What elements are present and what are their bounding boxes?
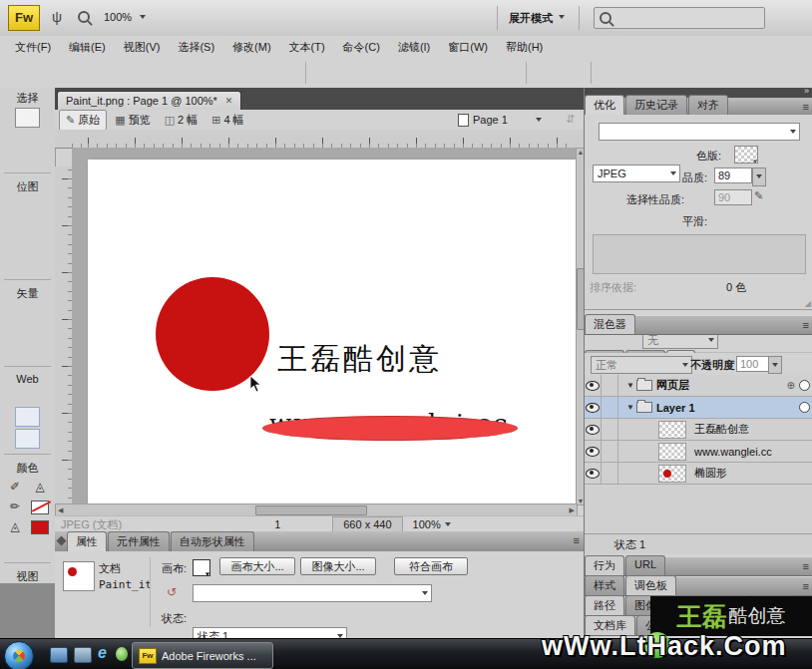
paste-inside-button[interactable] xyxy=(598,62,621,84)
punch-button[interactable] xyxy=(390,62,414,84)
animation-dropdown[interactable] xyxy=(193,584,432,602)
stroke-pencil-icon[interactable]: ✏ xyxy=(4,498,27,515)
union-button[interactable] xyxy=(364,62,388,84)
edit-selective-icon[interactable]: ✎ xyxy=(754,189,763,202)
menu-item[interactable]: 帮助(H) xyxy=(497,37,552,58)
search-input[interactable] xyxy=(594,7,765,29)
brush-tool[interactable] xyxy=(29,216,52,234)
bring-forward-button[interactable] xyxy=(442,62,466,84)
panel-tab[interactable]: URL xyxy=(625,555,665,575)
undo-button[interactable] xyxy=(170,62,194,84)
slice-tool[interactable] xyxy=(4,387,27,405)
resize-grip[interactable]: ◢ xyxy=(805,299,811,308)
fit-canvas-button[interactable]: 符合画布 xyxy=(394,557,468,575)
scroll-left-arrow[interactable]: ◀ xyxy=(58,506,63,514)
zoom-caret-icon[interactable] xyxy=(140,15,146,19)
lock-cell[interactable] xyxy=(602,375,618,396)
cut-button[interactable] xyxy=(221,62,245,84)
restore-button[interactable] xyxy=(766,4,782,18)
visibility-toggle[interactable] xyxy=(585,441,602,462)
matte-swatch[interactable] xyxy=(734,146,758,164)
opacity-slider-button[interactable] xyxy=(768,356,782,374)
panel-tab[interactable]: 路径 xyxy=(585,595,624,615)
menu-item[interactable]: 编辑(E) xyxy=(60,37,115,58)
app-logo[interactable]: Fw xyxy=(8,5,40,31)
horizontal-scroll-thumb[interactable] xyxy=(255,505,367,515)
window-switcher-icon[interactable] xyxy=(74,647,92,663)
ellipse-tool[interactable] xyxy=(4,323,27,341)
import-button[interactable] xyxy=(92,62,116,84)
save-button[interactable] xyxy=(40,62,64,84)
print-button[interactable] xyxy=(144,62,168,84)
magnifier-icon[interactable] xyxy=(78,11,90,25)
lock-cell[interactable] xyxy=(602,463,618,484)
active-layer-circle[interactable] xyxy=(799,380,810,391)
panel-menu-icon[interactable]: ≡ xyxy=(803,101,809,113)
red-circle-object[interactable] xyxy=(156,277,269,391)
flip-vertical-button[interactable] xyxy=(675,62,699,84)
canvas-title-text[interactable]: 王磊酷创意 xyxy=(277,339,442,380)
image-size-button[interactable]: 图像大小... xyxy=(300,557,376,575)
internet-explorer-icon[interactable]: e xyxy=(98,644,107,662)
panel-menu-icon[interactable]: ≡ xyxy=(574,534,580,546)
properties-tab[interactable]: 自动形状属性 xyxy=(171,531,254,551)
expand-mode-caret-icon[interactable] xyxy=(559,15,565,19)
rotate-button[interactable] xyxy=(623,62,647,84)
view-original-button[interactable]: ✎ 原始 xyxy=(59,110,107,131)
zoom-indicator[interactable]: 100% xyxy=(413,518,441,530)
visibility-toggle[interactable] xyxy=(585,397,602,418)
paste-button[interactable] xyxy=(273,62,297,84)
marquee-tool[interactable] xyxy=(4,196,27,214)
paint-bucket-tool[interactable]: ◬ xyxy=(29,478,52,496)
canvas-size-button[interactable]: 画布大小... xyxy=(219,557,295,575)
menu-item[interactable]: 选择(S) xyxy=(169,37,223,58)
layer-row-layer1[interactable]: ▼ Layer 1 ⊕ xyxy=(585,397,812,419)
expand-twisty-icon[interactable]: ▼ xyxy=(626,381,636,390)
blur-tool[interactable] xyxy=(4,256,27,274)
visibility-toggle[interactable] xyxy=(585,419,602,440)
redo-button[interactable] xyxy=(196,62,219,84)
menu-item[interactable]: 文本(T) xyxy=(280,37,334,58)
red-ellipse-object[interactable] xyxy=(262,416,518,441)
fireworks-task-button[interactable]: Fw Adobe Fireworks ... xyxy=(132,642,273,669)
show-slices-button[interactable] xyxy=(15,429,40,449)
send-backward-button[interactable] xyxy=(468,62,492,84)
send-back-button[interactable] xyxy=(494,62,518,84)
layer-thumbnail[interactable] xyxy=(658,421,686,439)
copy-button[interactable] xyxy=(247,62,271,84)
saved-settings-dropdown[interactable] xyxy=(599,123,800,141)
view-preview-button[interactable]: ▦ 预览 xyxy=(109,110,156,131)
lock-cell[interactable] xyxy=(602,397,618,418)
start-button[interactable] xyxy=(4,641,34,669)
layer-thumbnail[interactable] xyxy=(658,465,686,483)
menu-item[interactable]: 滤镜(I) xyxy=(389,37,439,58)
properties-tab[interactable]: 元件属性 xyxy=(108,531,170,551)
knife-tool[interactable] xyxy=(29,343,52,361)
new-button[interactable] xyxy=(14,62,38,84)
layer-row-web[interactable]: ▼ 网页层 ⊕ xyxy=(585,375,812,397)
panel-menu-icon[interactable]: ≡ xyxy=(803,580,809,592)
hotspot-tool[interactable] xyxy=(29,387,52,405)
visibility-toggle[interactable] xyxy=(585,463,602,484)
panel-menu-icon[interactable]: ≡ xyxy=(803,319,809,331)
text-tool[interactable] xyxy=(29,323,52,341)
scroll-right-arrow[interactable]: ▶ xyxy=(570,506,575,514)
eyedropper-tool[interactable]: ✐ xyxy=(4,478,27,496)
document-tab[interactable]: Paint_it.png : Page 1 @ 100%* ✕ xyxy=(57,91,241,110)
bring-front-button[interactable] xyxy=(416,62,440,84)
view-2up-button[interactable]: ◫ 2 幅 xyxy=(159,110,204,131)
open-button[interactable] xyxy=(66,62,90,84)
magic-wand-tool[interactable] xyxy=(4,216,27,234)
menu-item[interactable]: 文件(F) xyxy=(6,37,60,58)
page-selector[interactable]: Page 1 xyxy=(454,112,567,128)
pointer-tool[interactable] xyxy=(15,108,40,128)
export-button[interactable] xyxy=(118,62,142,84)
ungroup-button[interactable] xyxy=(338,62,362,84)
panel-menu-icon[interactable]: ≡ xyxy=(803,560,809,572)
eraser-tool[interactable] xyxy=(29,236,52,254)
mixer-tab[interactable]: 混色器 xyxy=(585,314,635,334)
menu-item[interactable]: 窗口(W) xyxy=(439,37,497,58)
lock-cell[interactable] xyxy=(602,441,618,462)
pencil-tool[interactable] xyxy=(4,236,27,254)
zoom-level-value[interactable]: 100% xyxy=(104,11,132,23)
